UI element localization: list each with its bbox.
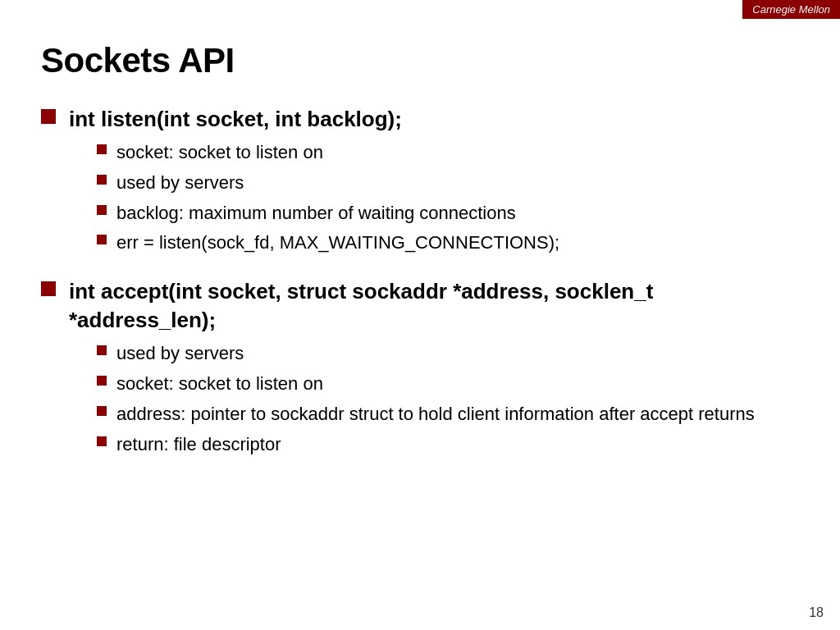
sub-bullet-text: err = listen(sock_fd, MAX_WAITING_CONNEC…	[116, 231, 559, 256]
list-item: err = listen(sock_fd, MAX_WAITING_CONNEC…	[97, 231, 559, 256]
sub-bullet-text: backlog: maximum number of waiting conne…	[116, 201, 516, 226]
main-list: int listen(int socket, int backlog); soc…	[41, 105, 799, 463]
sub-bullet-text: used by servers	[116, 171, 244, 196]
sub-bullet-text: used by servers	[116, 341, 244, 367]
sub-bullet-square	[97, 376, 107, 386]
sub-bullet-square	[97, 436, 107, 446]
sub-bullet-text: socket: socket to listen on	[116, 372, 323, 397]
sub-bullet-square	[97, 175, 107, 185]
listen-heading: int listen(int socket, int backlog);	[69, 105, 559, 134]
institution-banner: Carnegie Mellon	[742, 0, 840, 19]
listen-sub-list: socket: socket to listen on used by serv…	[97, 140, 559, 256]
section-listen: int listen(int socket, int backlog); soc…	[41, 105, 799, 261]
sub-bullet-square	[97, 235, 107, 244]
slide-title: Sockets API	[41, 41, 799, 80]
sub-bullet-square	[97, 345, 107, 355]
sub-bullet-square	[97, 406, 107, 416]
sub-bullet-text: socket: socket to listen on	[116, 140, 323, 166]
list-item: socket: socket to listen on	[97, 372, 799, 397]
page-number: 18	[809, 605, 824, 620]
bullet-square-listen	[41, 109, 56, 124]
list-item: backlog: maximum number of waiting conne…	[97, 201, 559, 226]
sub-bullet-square	[97, 205, 107, 215]
accept-sub-list: used by servers socket: socket to listen…	[97, 341, 799, 457]
sub-bullet-text: return: file descriptor	[116, 432, 281, 458]
list-item: address: pointer to sockaddr struct to h…	[97, 402, 799, 427]
bullet-square-accept	[41, 281, 56, 296]
list-item: used by servers	[97, 341, 799, 367]
accept-heading: int accept(int socket, struct sockaddr *…	[69, 277, 799, 335]
list-item: socket: socket to listen on	[97, 140, 559, 166]
section-accept: int accept(int socket, struct sockaddr *…	[41, 277, 799, 462]
slide-content: Sockets API int listen(int socket, int b…	[0, 8, 840, 512]
list-item: used by servers	[97, 171, 559, 196]
sub-bullet-square	[97, 144, 107, 154]
sub-bullet-text: address: pointer to sockaddr struct to h…	[116, 402, 755, 427]
list-item: return: file descriptor	[97, 432, 799, 458]
